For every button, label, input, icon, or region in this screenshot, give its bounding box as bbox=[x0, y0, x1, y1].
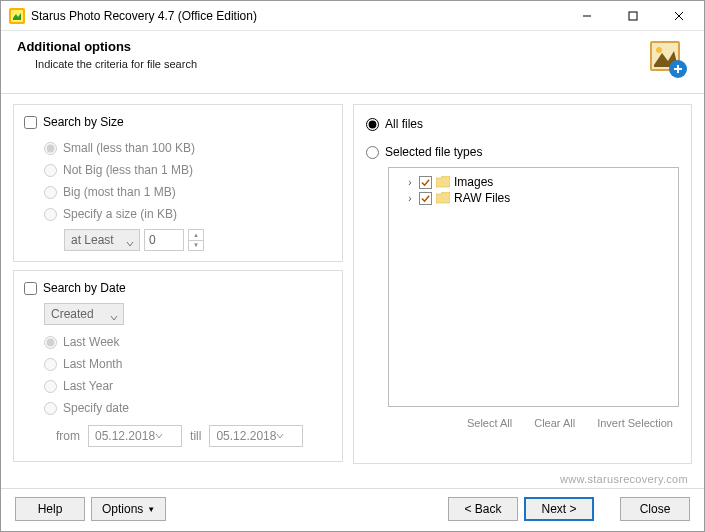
size-big-label: Big (most than 1 MB) bbox=[63, 185, 176, 199]
close-window-button[interactable] bbox=[656, 2, 702, 30]
window-title: Starus Photo Recovery 4.7 (Office Editio… bbox=[31, 9, 564, 23]
page-subtitle: Indicate the criteria for file search bbox=[17, 58, 648, 70]
app-icon bbox=[9, 8, 25, 24]
tree-item-label: Images bbox=[454, 175, 493, 189]
date-lastweek-label: Last Week bbox=[63, 335, 119, 349]
file-type-tree[interactable]: › Images › RAW Files bbox=[388, 167, 679, 407]
date-lastmonth-radio[interactable] bbox=[44, 358, 57, 371]
search-by-date-label: Search by Date bbox=[43, 281, 126, 295]
date-lastmonth-label: Last Month bbox=[63, 357, 122, 371]
clear-all-link[interactable]: Clear All bbox=[534, 417, 575, 429]
size-small-label: Small (less than 100 KB) bbox=[63, 141, 195, 155]
chevron-down-icon bbox=[155, 429, 163, 443]
date-till-label: till bbox=[190, 429, 201, 443]
svg-rect-3 bbox=[629, 12, 637, 20]
date-lastyear-radio[interactable] bbox=[44, 380, 57, 393]
size-specify-radio[interactable] bbox=[44, 208, 57, 221]
options-button[interactable]: Options▼ bbox=[91, 497, 166, 521]
expand-icon[interactable]: › bbox=[405, 193, 415, 204]
date-specify-label: Specify date bbox=[63, 401, 129, 415]
date-lastyear-label: Last Year bbox=[63, 379, 113, 393]
chevron-down-icon bbox=[126, 237, 134, 251]
date-from-input[interactable]: 05.12.2018 bbox=[88, 425, 182, 447]
date-field-value: Created bbox=[51, 307, 94, 321]
expand-icon[interactable]: › bbox=[405, 177, 415, 188]
size-value-input[interactable]: 0 bbox=[144, 229, 184, 251]
tree-item-images[interactable]: › Images bbox=[393, 174, 674, 190]
footer-bar: Help Options▼ < Back Next > Close bbox=[1, 488, 704, 531]
search-by-size-checkbox[interactable] bbox=[24, 116, 37, 129]
svg-point-8 bbox=[656, 47, 662, 53]
chevron-down-icon bbox=[110, 311, 118, 325]
tree-checkbox[interactable] bbox=[419, 176, 432, 189]
help-button[interactable]: Help bbox=[15, 497, 85, 521]
folder-icon bbox=[436, 176, 450, 188]
size-value-spinner[interactable]: ▲▼ bbox=[188, 229, 204, 251]
tree-item-label: RAW Files bbox=[454, 191, 510, 205]
close-button[interactable]: Close bbox=[620, 497, 690, 521]
size-mode-select[interactable]: at Least bbox=[64, 229, 140, 251]
size-notbig-radio[interactable] bbox=[44, 164, 57, 177]
select-all-link[interactable]: Select All bbox=[467, 417, 512, 429]
search-by-size-group: Search by Size Small (less than 100 KB) … bbox=[13, 104, 343, 262]
size-big-radio[interactable] bbox=[44, 186, 57, 199]
file-types-group: All files Selected file types › Images ›… bbox=[353, 104, 692, 464]
back-button[interactable]: < Back bbox=[448, 497, 518, 521]
folder-icon bbox=[436, 192, 450, 204]
tree-item-raw[interactable]: › RAW Files bbox=[393, 190, 674, 206]
search-by-date-checkbox[interactable] bbox=[24, 282, 37, 295]
invert-selection-link[interactable]: Invert Selection bbox=[597, 417, 673, 429]
dropdown-icon: ▼ bbox=[147, 505, 155, 514]
chevron-down-icon bbox=[276, 429, 284, 443]
page-title: Additional options bbox=[17, 39, 648, 54]
maximize-button[interactable] bbox=[610, 2, 656, 30]
svg-rect-11 bbox=[677, 65, 679, 73]
title-bar: Starus Photo Recovery 4.7 (Office Editio… bbox=[1, 1, 704, 31]
all-files-label: All files bbox=[385, 117, 423, 131]
selected-types-radio[interactable] bbox=[366, 146, 379, 159]
size-specify-label: Specify a size (in KB) bbox=[63, 207, 177, 221]
page-header: Additional options Indicate the criteria… bbox=[1, 31, 704, 94]
date-lastweek-radio[interactable] bbox=[44, 336, 57, 349]
next-button[interactable]: Next > bbox=[524, 497, 594, 521]
tree-checkbox[interactable] bbox=[419, 192, 432, 205]
date-specify-radio[interactable] bbox=[44, 402, 57, 415]
size-mode-value: at Least bbox=[71, 233, 114, 247]
header-photo-icon bbox=[648, 39, 688, 79]
search-by-date-group: Search by Date Created Last Week Last Mo… bbox=[13, 270, 343, 462]
date-from-label: from bbox=[56, 429, 80, 443]
date-till-input[interactable]: 05.12.2018 bbox=[209, 425, 303, 447]
all-files-radio[interactable] bbox=[366, 118, 379, 131]
selected-types-label: Selected file types bbox=[385, 145, 482, 159]
size-small-radio[interactable] bbox=[44, 142, 57, 155]
minimize-button[interactable] bbox=[564, 2, 610, 30]
site-url: www.starusrecovery.com bbox=[560, 473, 688, 485]
search-by-size-label: Search by Size bbox=[43, 115, 124, 129]
date-field-select[interactable]: Created bbox=[44, 303, 124, 325]
size-notbig-label: Not Big (less than 1 MB) bbox=[63, 163, 193, 177]
